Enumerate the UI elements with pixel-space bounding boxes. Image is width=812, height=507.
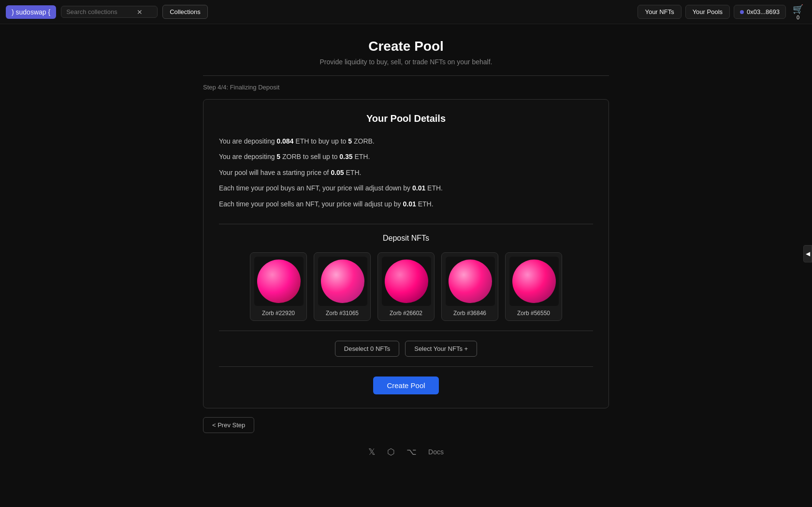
- github-icon[interactable]: ⌥: [406, 447, 417, 457]
- step-text: Step 4/4: Finalizing Deposit: [203, 84, 279, 91]
- sidebar-toggle[interactable]: ◀: [803, 245, 812, 262]
- wallet-button[interactable]: 0x03...8693: [734, 5, 786, 19]
- logo-button[interactable]: ) sudoswap {: [6, 5, 56, 19]
- create-pool-button[interactable]: Create Pool: [373, 377, 438, 394]
- deselect-nfts-button[interactable]: Deselect 0 NFTs: [335, 341, 399, 357]
- nft-card-1[interactable]: Zorb #22920: [250, 252, 307, 321]
- step-indicator: Step 4/4: Finalizing Deposit: [203, 75, 609, 91]
- main-content: Create Pool Provide liquidity to buy, se…: [0, 24, 812, 479]
- pool-detail-row-5: Each time your pool sells an NFT, your p…: [219, 199, 593, 209]
- nft-label: Zorb #26602: [382, 310, 430, 317]
- nft-image-wrapper: [509, 257, 559, 306]
- footer: 𝕏 ⬡ ⌥ Docs: [203, 433, 609, 465]
- cart-count: 0: [797, 14, 799, 20]
- nft-label: Zorb #36846: [446, 310, 494, 317]
- prev-step-button[interactable]: < Prev Step: [203, 417, 254, 433]
- search-input[interactable]: [66, 8, 134, 15]
- pool-detail-row-3: Your pool will have a starting price of …: [219, 167, 593, 178]
- discord-icon[interactable]: ⬡: [387, 447, 395, 457]
- wallet-dot-icon: [740, 10, 744, 14]
- collections-button[interactable]: Collections: [162, 5, 208, 19]
- nft-image-wrapper: [254, 257, 304, 306]
- nft-zorb-image: [449, 260, 492, 303]
- cart-button[interactable]: 🛒 0: [790, 3, 806, 21]
- nft-zorb-image: [385, 260, 428, 303]
- your-nfts-button[interactable]: Your NFTs: [638, 5, 681, 19]
- page-title: Create Pool: [203, 39, 609, 54]
- nft-image-wrapper: [318, 257, 367, 306]
- cart-icon: 🛒: [793, 4, 803, 14]
- section-divider-2: [219, 366, 593, 367]
- nft-label: Zorb #22920: [254, 310, 303, 317]
- nft-image-wrapper: [382, 257, 431, 306]
- navbar: ) sudoswap { ✕ Collections Your NFTs You…: [0, 0, 812, 24]
- create-pool-section: Create Pool: [219, 377, 593, 394]
- section-divider: [219, 331, 593, 331]
- nft-grid: Zorb #22920 Zorb #31065 Zorb #26602 Zorb…: [219, 252, 593, 321]
- your-pools-button[interactable]: Your Pools: [685, 5, 730, 19]
- pool-detail-row-1: You are depositing 0.084 ETH to buy up t…: [219, 136, 593, 146]
- select-nfts-button[interactable]: Select Your NFTs +: [405, 341, 477, 357]
- docs-link[interactable]: Docs: [428, 448, 444, 456]
- nft-card-2[interactable]: Zorb #31065: [314, 252, 371, 321]
- nft-image-wrapper: [446, 257, 495, 306]
- nav-right: Your NFTs Your Pools 0x03...8693 🛒 0: [638, 3, 806, 21]
- deposit-section-title: Deposit NFTs: [219, 234, 593, 243]
- pool-detail-row-4: Each time your pool buys an NFT, your pr…: [219, 183, 593, 193]
- action-buttons: Deselect 0 NFTs Select Your NFTs +: [219, 341, 593, 357]
- page-subtitle: Provide liquidity to buy, sell, or trade…: [203, 58, 609, 66]
- nft-zorb-image: [257, 260, 301, 303]
- nft-label: Zorb #31065: [318, 310, 366, 317]
- prev-step-row: < Prev Step: [203, 417, 609, 433]
- page-container: Create Pool Provide liquidity to buy, se…: [203, 39, 609, 465]
- nft-zorb-image: [512, 260, 556, 303]
- pool-detail-row-2: You are depositing 5 ZORB to sell up to …: [219, 151, 593, 162]
- pool-card: Your Pool Details You are depositing 0.0…: [203, 99, 609, 408]
- search-clear-button[interactable]: ✕: [137, 9, 143, 15]
- nft-card-5[interactable]: Zorb #56550: [505, 252, 562, 321]
- nft-zorb-image: [321, 260, 364, 303]
- nft-label: Zorb #56550: [509, 310, 558, 317]
- wallet-address: 0x03...8693: [747, 8, 780, 15]
- pool-details-section: You are depositing 0.084 ETH to buy up t…: [219, 136, 593, 224]
- twitter-icon[interactable]: 𝕏: [368, 447, 376, 457]
- search-wrapper: ✕: [61, 6, 158, 18]
- pool-card-title: Your Pool Details: [219, 113, 593, 124]
- nft-card-3[interactable]: Zorb #26602: [377, 252, 435, 321]
- nft-card-4[interactable]: Zorb #36846: [441, 252, 498, 321]
